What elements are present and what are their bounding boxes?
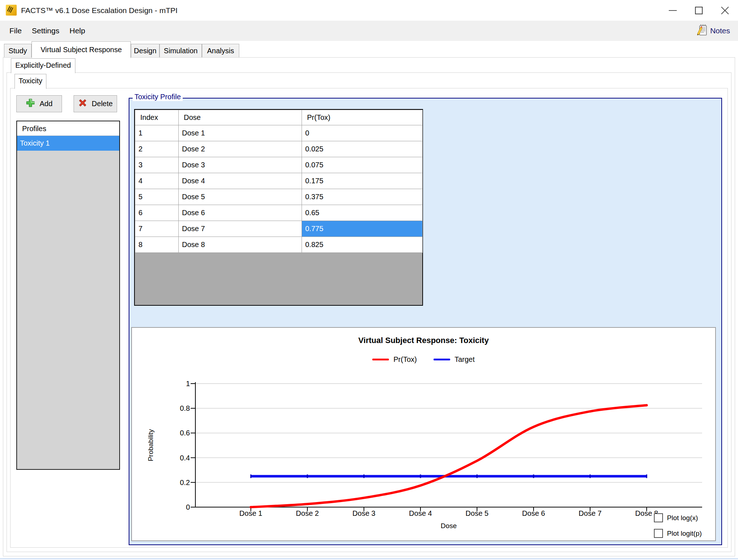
x-tick-label: Dose 1	[239, 509, 262, 518]
table-row: 4Dose 40.175	[135, 173, 423, 189]
delete-icon	[78, 98, 87, 109]
title-bar: FACTS™ v6.1 Dose Escalation Design - mTP…	[0, 0, 738, 21]
table-row: 5Dose 50.375	[135, 189, 423, 205]
plot-logx-option: Plot log(x)	[654, 513, 698, 522]
profiles-list: Profiles Toxicity 1	[16, 121, 120, 470]
profiles-list-header: Profiles	[17, 121, 119, 136]
tab-simulation[interactable]: Simulation	[159, 44, 202, 57]
tab-toxicity[interactable]: Toxicity	[14, 74, 46, 89]
x-tick-label: Dose 7	[579, 509, 601, 518]
add-icon	[26, 98, 35, 109]
close-button[interactable]	[712, 0, 738, 21]
maximize-button[interactable]	[686, 0, 712, 21]
y-axis-title: Probability	[147, 429, 155, 461]
column-header-prtox[interactable]: Pr(Tox)	[302, 110, 423, 125]
table-row: 2Dose 20.025	[135, 141, 423, 157]
menu-file[interactable]: File	[4, 21, 27, 41]
x-tick-label: Dose 6	[522, 509, 545, 518]
x-tick-label: Dose 3	[352, 509, 375, 518]
table-row: 7Dose 70.775	[135, 221, 423, 237]
tab-virtual-subject-response[interactable]: Virtual Subject Response	[32, 41, 131, 58]
tab-design[interactable]: Design	[131, 44, 159, 57]
y-tick-label: 0.2	[165, 477, 190, 488]
notes-button[interactable]: Notes	[696, 21, 730, 41]
table-header-row: Index Dose Pr(Tox)	[135, 110, 423, 125]
add-button-label: Add	[40, 100, 53, 108]
menu-settings[interactable]: Settings	[27, 21, 65, 41]
x-tick-label: Dose 5	[465, 509, 488, 518]
y-tick-label: 0	[165, 502, 190, 512]
window-title: FACTS™ v6.1 Dose Escalation Design - mTP…	[21, 0, 178, 21]
table-row: 8Dose 80.825	[135, 237, 423, 253]
plot-logx-label: Plot log(x)	[667, 514, 698, 522]
y-tick-label: 1	[165, 379, 190, 389]
window-bottom-border	[0, 558, 738, 559]
plot-logx-checkbox[interactable]	[654, 513, 663, 522]
window-controls	[660, 0, 738, 21]
app-logo-icon	[6, 5, 17, 16]
table-row: 1Dose 10	[135, 125, 423, 141]
y-tick-label: 0.8	[165, 403, 190, 413]
minimize-button[interactable]	[660, 0, 686, 21]
plot-logitp-checkbox[interactable]	[654, 529, 663, 538]
menu-bar: File Settings Help Notes	[0, 21, 738, 41]
notes-icon	[696, 24, 708, 38]
menu-help[interactable]: Help	[65, 21, 90, 41]
table-row: 3Dose 30.075	[135, 157, 423, 173]
x-tick-label: Dose 4	[409, 509, 432, 518]
column-header-dose[interactable]: Dose	[179, 110, 302, 125]
toxicity-profile-table: Index Dose Pr(Tox) 1Dose 10 2Dose 20.025…	[134, 109, 423, 306]
toxicity-chart: Virtual Subject Response: Toxicity Pr(To…	[131, 327, 716, 541]
plot-logitp-option: Plot logit(p)	[654, 529, 702, 538]
plot-logitp-label: Plot logit(p)	[667, 530, 702, 538]
tab-study[interactable]: Study	[4, 44, 32, 57]
y-tick-label: 0.4	[165, 453, 190, 463]
profile-item-toxicity-1[interactable]: Toxicity 1	[17, 136, 119, 151]
delete-button[interactable]: Delete	[74, 95, 117, 112]
add-button[interactable]: Add	[16, 95, 62, 112]
y-tick-label: 0.6	[165, 428, 190, 438]
selected-cell[interactable]: 0.775	[302, 221, 423, 237]
delete-button-label: Delete	[92, 100, 113, 108]
table-row: 6Dose 60.65	[135, 205, 423, 221]
notes-label: Notes	[710, 26, 730, 35]
tab-analysis[interactable]: Analysis	[202, 44, 239, 57]
app-window: FACTS™ v6.1 Dose Escalation Design - mTP…	[0, 0, 738, 560]
x-tick-label: Dose 2	[296, 509, 319, 518]
tab-explicitly-defined[interactable]: Explicitly-Defined	[11, 58, 75, 73]
column-header-index[interactable]: Index	[135, 110, 179, 125]
toxicity-profile-group-title: Toxicity Profile	[133, 93, 183, 101]
x-axis-title: Dose	[195, 522, 702, 530]
